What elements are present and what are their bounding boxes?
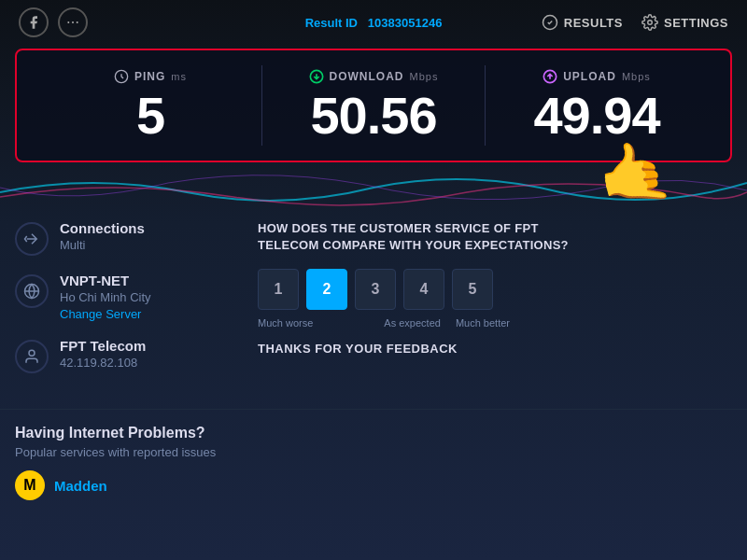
facebook-icon[interactable] [19,7,49,37]
survey-panel: HOW DOES THE CUSTOMER SERVICE OF FPT TEL… [239,220,732,390]
download-metric: DOWNLOAD Mbps 50.56 [261,65,485,146]
bottom-item: M Madden [15,470,732,500]
server-location: Ho Chi Minh City [60,290,151,304]
results-box: PING ms 5 DOWNLOAD Mbps 50.56 UPLOAD Mbp… [15,49,732,162]
top-bar: Result ID 10383051246 RESULTS SETTINGS [0,0,747,45]
label-better: Much better [456,317,510,329]
server-name: VNPT-NET [60,273,151,288]
left-panel: Connections Multi VNPT-NET Ho Chi Minh C… [15,220,220,390]
isp-row: FPT Telecom 42.119.82.108 [15,338,220,373]
label-worse: Much worse [258,317,313,329]
isp-name: FPT Telecom [60,338,146,354]
svg-point-0 [67,21,69,23]
rating-btn-1[interactable]: 1 [258,269,299,310]
change-server-link[interactable]: Change Server [60,307,151,321]
download-label: DOWNLOAD Mbps [309,69,439,84]
connections-row: Connections Multi [15,220,220,256]
rating-btn-3[interactable]: 3 [355,269,396,310]
download-value: 50.56 [310,90,436,142]
connections-icon [15,222,49,256]
top-bar-left [19,7,88,37]
label-expected: As expected [384,317,441,329]
ping-metric: PING ms 5 [39,65,261,146]
connections-label: Connections [60,220,145,236]
madden-icon: M [15,470,45,500]
upload-label: UPLOAD Mbps [543,69,651,84]
madden-name[interactable]: Madden [54,478,107,494]
top-bar-right: RESULTS SETTINGS [542,14,728,31]
rating-row: 1 2 3 4 5 [258,269,732,310]
ping-label: PING ms [114,69,187,84]
results-button[interactable]: RESULTS [542,14,623,31]
result-id-value[interactable]: 10383051246 [368,16,443,30]
svg-point-1 [72,21,74,23]
bottom-subtitle: Popular services with reported issues [15,445,732,459]
isp-text: FPT Telecom 42.119.82.108 [60,338,146,370]
bottom-section: Having Internet Problems? Popular servic… [0,409,747,500]
svg-point-2 [77,21,78,23]
ping-value: 5 [136,90,164,142]
rating-btn-5[interactable]: 5 [452,269,493,310]
thanks-text: THANKS FOR YOUR FEEDBACK [258,342,732,356]
server-text: VNPT-NET Ho Chi Minh City Change Server [60,273,151,321]
more-icon[interactable] [58,7,88,37]
content-area: Connections Multi VNPT-NET Ho Chi Minh C… [0,220,747,390]
connections-value: Multi [60,238,145,252]
rating-btn-2[interactable]: 2 [306,269,347,310]
settings-button[interactable]: SETTINGS [641,14,728,31]
svg-point-4 [648,21,653,25]
isp-ip: 42.119.82.108 [60,356,146,370]
result-id-label: Result ID [305,16,358,30]
svg-point-10 [29,350,35,356]
server-icon [15,274,49,308]
server-row: VNPT-NET Ho Chi Minh City Change Server [15,273,220,321]
bottom-title: Having Internet Problems? [15,425,732,441]
upload-metric: UPLOAD Mbps 49.94 [485,65,708,146]
upload-value: 49.94 [533,90,659,142]
isp-icon [15,340,49,373]
result-id-area: Result ID 10383051246 [305,16,443,30]
rating-labels: Much worse As expected Much better [258,317,510,329]
connections-text: Connections Multi [60,220,145,252]
survey-question: HOW DOES THE CUSTOMER SERVICE OF FPT TEL… [258,220,575,254]
rating-btn-4[interactable]: 4 [403,269,444,310]
wave-decoration [0,164,747,211]
